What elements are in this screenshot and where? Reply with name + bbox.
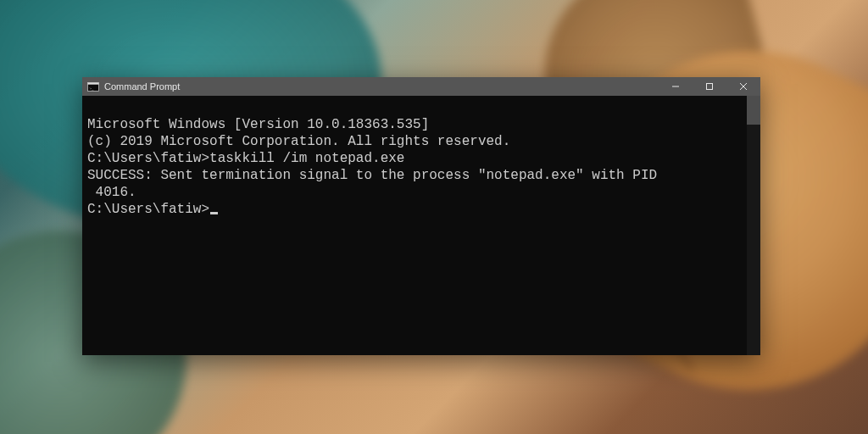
text-cursor (210, 212, 218, 214)
command-prompt-icon: >_ (87, 82, 99, 92)
minimize-button[interactable] (659, 77, 693, 96)
window-title: Command Prompt (104, 81, 180, 92)
maximize-button[interactable] (693, 77, 726, 96)
scrollbar-track[interactable] (747, 96, 760, 355)
prompt-line: C:\Users\fatiw>taskkill /im notepad.exe (87, 150, 755, 167)
window-controls (659, 77, 760, 96)
close-button[interactable] (726, 77, 760, 96)
scrollbar-thumb[interactable] (747, 96, 760, 125)
svg-text:>_: >_ (89, 86, 94, 90)
banner-line: (c) 2019 Microsoft Corporation. All righ… (87, 133, 755, 150)
prompt-path: C:\Users\fatiw> (87, 202, 209, 217)
terminal-output[interactable]: Microsoft Windows [Version 10.0.18363.53… (82, 96, 760, 355)
svg-rect-1 (88, 82, 99, 84)
output-line: 4016. (87, 184, 755, 201)
command-text: taskkill /im notepad.exe (209, 151, 404, 166)
titlebar[interactable]: >_ Command Prompt (82, 77, 760, 96)
banner-line: Microsoft Windows [Version 10.0.18363.53… (87, 116, 755, 133)
command-prompt-window: >_ Command Prompt Microsoft Windows [Ver… (82, 77, 760, 355)
prompt-path: C:\Users\fatiw> (87, 151, 209, 166)
svg-rect-4 (707, 84, 713, 90)
prompt-line: C:\Users\fatiw> (87, 201, 755, 218)
output-line: SUCCESS: Sent termination signal to the … (87, 167, 755, 184)
